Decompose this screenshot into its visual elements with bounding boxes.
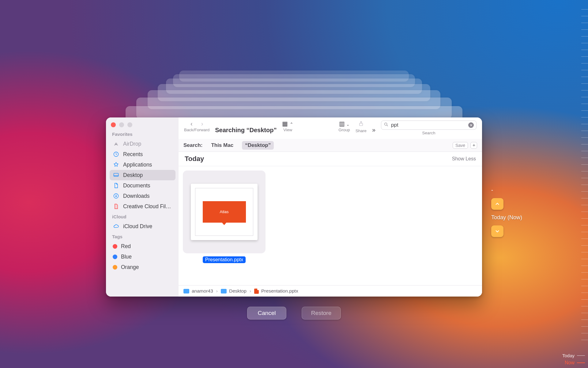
- tag-dot-icon: [113, 265, 117, 270]
- group-icon[interactable]: ▥ ⌄: [339, 121, 350, 127]
- content-area: ‹ › Back/Forward Searching “Desktop” ▦ ⌃…: [179, 117, 482, 297]
- sidebar-item-label: Applications: [123, 162, 152, 168]
- file-name-label[interactable]: Presentation.pptx: [203, 256, 246, 263]
- chevron-right-icon: ›: [216, 288, 218, 294]
- nav-group: ‹ › Back/Forward: [184, 121, 209, 132]
- path-segment[interactable]: Desktop: [229, 288, 247, 294]
- sidebar-item-recents[interactable]: Recents: [110, 149, 175, 159]
- applications-icon: [113, 162, 119, 168]
- add-rule-button[interactable]: ＋: [470, 142, 477, 149]
- scope-bar: Search: This Mac “Desktop” Save ＋: [179, 139, 482, 152]
- current-snapshot-label: Today (Now): [491, 214, 522, 221]
- sidebar-item-documents[interactable]: Documents: [110, 180, 175, 191]
- sidebar-item-airdrop[interactable]: AirDrop: [110, 139, 175, 149]
- chevron-right-icon: ›: [250, 288, 251, 294]
- search-input[interactable]: [391, 122, 466, 128]
- sidebar-item-desktop[interactable]: Desktop: [110, 170, 175, 180]
- timeline-now-row: Now: [565, 360, 585, 366]
- timeline-today-row: Today: [562, 353, 585, 358]
- back-button[interactable]: ‹: [190, 121, 193, 127]
- timemachine-actions: Cancel Restore: [247, 307, 341, 320]
- nav-caption: Back/Forward: [184, 128, 209, 132]
- window-title: Searching “Desktop”: [215, 126, 277, 134]
- scope-current[interactable]: “Desktop”: [242, 141, 274, 150]
- sidebar-item-label: Recents: [123, 151, 143, 158]
- restore-button[interactable]: Restore: [302, 307, 341, 320]
- sidebar-tag-orange[interactable]: Orange: [110, 262, 175, 272]
- creative-cloud-icon: [113, 203, 119, 209]
- document-icon: [113, 182, 119, 189]
- finder-window: Favorites AirDrop Recents Applications D…: [106, 117, 482, 297]
- timeline-now-tick: [577, 362, 585, 363]
- cancel-button[interactable]: Cancel: [247, 307, 286, 320]
- scope-this-mac[interactable]: This Mac: [208, 141, 236, 150]
- sidebar-tag-blue[interactable]: Blue: [110, 251, 175, 262]
- desktop-icon: [113, 172, 119, 178]
- timeline-now-label: Now: [565, 360, 575, 366]
- sidebar-item-creative-cloud[interactable]: Creative Cloud Fil…: [110, 201, 175, 212]
- sidebar: Favorites AirDrop Recents Applications D…: [106, 117, 179, 297]
- toolbar: ‹ › Back/Forward Searching “Desktop” ▦ ⌃…: [179, 117, 482, 139]
- file-item[interactable]: Atlas Presentation.pptx: [183, 171, 266, 263]
- previous-snapshot-button[interactable]: [491, 198, 503, 210]
- sidebar-section-tags: Tags: [112, 234, 175, 239]
- search-icon: [384, 122, 389, 128]
- sidebar-item-label: Orange: [121, 264, 139, 270]
- timeline-today-label: Today: [562, 353, 575, 358]
- sidebar-item-label: Downloads: [123, 193, 150, 199]
- view-caption: View: [283, 128, 292, 132]
- tag-dot-icon: [113, 255, 117, 259]
- airdrop-icon: [113, 141, 119, 147]
- overflow-group: »: [372, 127, 375, 133]
- sidebar-item-applications[interactable]: Applications: [110, 159, 175, 170]
- search-caption: Search: [381, 131, 477, 135]
- path-segment[interactable]: Presentation.pptx: [261, 288, 298, 294]
- share-caption: Share: [356, 128, 367, 133]
- view-group: ▦ ⌃ View: [282, 121, 293, 132]
- sidebar-item-label: Red: [121, 243, 131, 250]
- snapshot-controls: - Today (Now): [491, 187, 522, 237]
- path-segment[interactable]: anamor43: [192, 288, 213, 294]
- next-snapshot-button[interactable]: [491, 225, 503, 237]
- timeline-today-tick: [577, 355, 585, 356]
- path-bar: anamor43 › Desktop › Presentation.pptx: [179, 285, 482, 297]
- sidebar-tag-red[interactable]: Red: [110, 241, 175, 251]
- cloud-icon: [113, 223, 119, 229]
- clock-icon: [113, 151, 119, 157]
- slide-title: Atlas: [220, 209, 229, 214]
- history-stack: [110, 71, 478, 71]
- minimize-button[interactable]: [119, 122, 124, 127]
- sidebar-item-label: Creative Cloud Fil…: [123, 203, 171, 210]
- sidebar-item-label: Documents: [123, 182, 150, 189]
- window-controls: [110, 121, 175, 127]
- show-less-button[interactable]: Show Less: [452, 156, 476, 162]
- sidebar-item-icloud-drive[interactable]: iCloud Drive: [110, 221, 175, 232]
- sidebar-item-label: AirDrop: [123, 141, 141, 147]
- close-button[interactable]: [111, 122, 116, 127]
- sidebar-item-label: Blue: [121, 254, 132, 260]
- clear-search-button[interactable]: ✕: [468, 122, 474, 128]
- pptx-file-icon: [254, 289, 259, 294]
- pptx-icon: Atlas: [191, 184, 258, 240]
- share-icon[interactable]: [358, 121, 364, 128]
- zoom-button[interactable]: [127, 122, 132, 127]
- sidebar-item-label: iCloud Drive: [123, 223, 152, 230]
- sidebar-section-icloud: iCloud: [112, 214, 175, 219]
- file-thumbnail: Atlas: [183, 171, 266, 253]
- group-group: ▥ ⌄ Group: [338, 121, 350, 132]
- timeline-labels: Today Now: [562, 353, 585, 366]
- overflow-icon[interactable]: »: [372, 127, 375, 133]
- tag-dot-icon: [113, 244, 117, 249]
- save-search-button[interactable]: Save: [453, 142, 468, 149]
- view-icon[interactable]: ▦ ⌃: [282, 121, 293, 127]
- results-header: Today Show Less: [179, 152, 482, 166]
- forward-button[interactable]: ›: [201, 121, 203, 127]
- scope-search-label: Search:: [183, 142, 202, 148]
- sidebar-item-label: Desktop: [123, 172, 143, 178]
- svg-rect-2: [114, 173, 119, 176]
- search-field[interactable]: ✕: [381, 121, 477, 130]
- home-folder-icon: [183, 289, 189, 293]
- folder-icon: [221, 289, 227, 293]
- sidebar-item-downloads[interactable]: Downloads: [110, 191, 175, 201]
- results-section-title: Today: [185, 155, 204, 163]
